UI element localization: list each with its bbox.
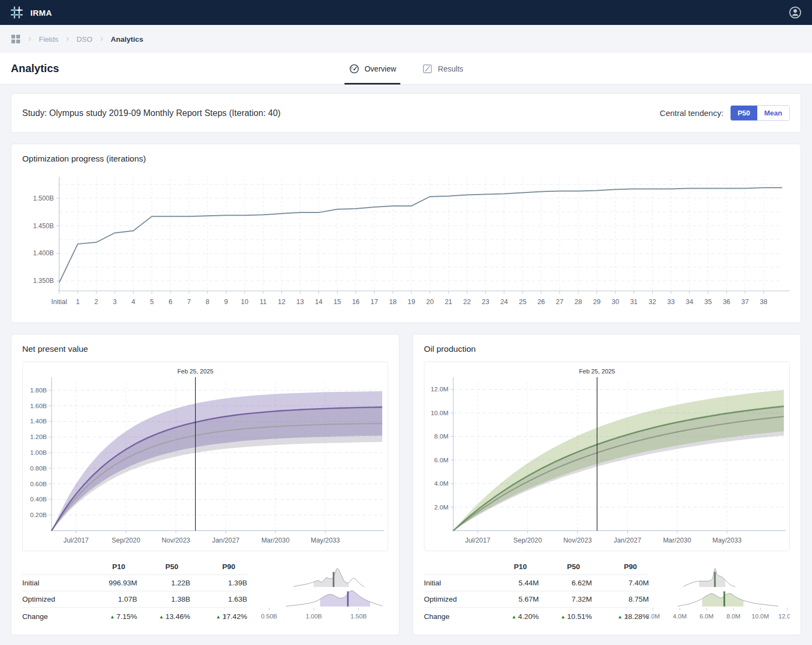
oil-card: Oil production 2.0M4.0M6.0M8.0M10.0M12.0… [413, 334, 801, 635]
stats-row-label: Optimized [22, 595, 83, 603]
stats-header-row: P10P50P90 [424, 559, 649, 575]
y-axis-label: 1.80B [30, 386, 47, 394]
stats-header-row: P10P50P90 [22, 559, 247, 575]
central-tendency-option-p50[interactable]: P50 [731, 106, 757, 120]
density-axis-label: 0 [224, 613, 226, 620]
npv-initial-p50-marker [333, 572, 334, 587]
x-axis-label: 9 [224, 298, 228, 306]
optimization-card: Optimization progress (iterations) 1.350… [11, 144, 801, 323]
up-triangle-icon: ▲ [110, 614, 115, 620]
central-tendency-toggle: P50Mean [730, 105, 790, 121]
user-avatar-icon[interactable] [788, 5, 802, 20]
x-axis-label: May/2033 [712, 536, 742, 544]
y-axis-label: 10.0M [431, 409, 449, 417]
oil-initial-p50-marker [714, 572, 716, 587]
central-tendency-label: Central tendency: [660, 108, 724, 118]
change-value: ▲4.20% [485, 612, 539, 621]
density-axis-label: 10.0M [752, 613, 769, 620]
stats-row-change: Change▲7.15%▲13.46%▲17.42% [22, 608, 247, 625]
date-marker-label: Feb 25, 2025 [177, 368, 214, 375]
oil-stats-table: P10P50P90Initial5.44M6.62M7.40MOptimized… [424, 559, 790, 626]
density-axis-label: 4.0M [673, 613, 687, 620]
apps-grid-icon[interactable] [11, 34, 21, 44]
stats-row-label: Optimized [424, 595, 485, 603]
stat-value-text: 7.15% [117, 612, 137, 621]
page-header: Analytics OverviewResults [0, 53, 812, 85]
npv-optimized-p50-marker [347, 591, 349, 607]
y-axis-label: 0.40B [30, 495, 47, 503]
topbar: IRMA [0, 0, 812, 25]
optimization-chart: 1.350B1.400B1.450B1.500BInitial123456789… [22, 171, 790, 314]
up-triangle-icon: ▲ [617, 614, 622, 620]
stat-value: 996.93M [83, 579, 137, 587]
stats-row-initial: Initial996.93M1.22B1.39B [22, 575, 247, 591]
oil-density-plot: 02.0M4.0M6.0M8.0M10.0M12.0M [626, 560, 790, 626]
stat-col-header-p50: P50 [539, 563, 592, 571]
x-axis-label: 22 [463, 298, 471, 306]
stat-value: 5.67M [485, 595, 539, 603]
x-axis-label: 5 [150, 298, 154, 306]
x-axis-label: 34 [686, 298, 693, 306]
x-axis-label: May/2033 [311, 536, 340, 544]
stat-value: 6.62M [539, 579, 592, 587]
stats-row-label: Change [22, 612, 83, 621]
change-value: ▲7.15% [83, 612, 137, 621]
x-axis-label: 24 [500, 298, 508, 306]
stat-value-text: 1.38B [171, 595, 190, 603]
x-axis-label: 8 [205, 298, 209, 306]
density-axis-label: 2.0M [646, 613, 660, 620]
up-triangle-icon: ▲ [159, 614, 164, 620]
x-axis-label: 36 [723, 298, 730, 306]
density-axis: 02.0M4.0M6.0M8.0M10.0M12.0M [626, 608, 790, 620]
x-axis-label: 37 [742, 298, 749, 306]
results-chart-icon [422, 63, 433, 74]
x-axis-label: Jul/2017 [63, 536, 89, 544]
stat-value: 1.07B [83, 595, 137, 603]
main-content: Study: Olympus study 2019-09 Monthly Rep… [0, 85, 812, 645]
stat-value: 1.38B [137, 595, 190, 603]
tab-overview[interactable]: Overview [347, 53, 397, 84]
central-tendency-option-mean[interactable]: Mean [757, 106, 789, 120]
breadcrumb-item-dso[interactable]: DSO [76, 35, 92, 43]
study-label: Study: Olympus study 2019-09 Monthly Rep… [22, 108, 281, 118]
optimization-progress-line [59, 188, 782, 282]
breadcrumb: ›Fields›DSO›Analytics [0, 25, 812, 53]
stat-value-text: 1.22B [171, 579, 190, 587]
change-value: ▲13.46% [137, 612, 190, 621]
stat-value-text: 13.46% [165, 612, 190, 621]
y-axis-label: 0.20B [30, 511, 47, 519]
x-axis-label: 32 [649, 298, 656, 306]
breadcrumb-item-fields[interactable]: Fields [39, 35, 59, 43]
x-axis-label: 2 [94, 298, 98, 306]
change-value: ▲10.51% [539, 612, 592, 621]
chevron-right-icon: › [28, 33, 31, 44]
npv-optimized-density-fill [286, 591, 382, 607]
brand: IRMA [10, 5, 52, 20]
date-marker-label: Feb 25, 2025 [579, 368, 615, 375]
stats-row-label: Change [424, 612, 485, 621]
x-axis-label: 38 [760, 298, 768, 306]
x-axis-label: Mar/2030 [663, 536, 691, 544]
x-axis-label: 19 [408, 298, 415, 306]
x-axis-label: 15 [333, 298, 341, 306]
x-axis-label: 23 [482, 298, 489, 306]
stats-row-optimized: Optimized5.67M7.32M8.75M [424, 591, 649, 608]
x-axis-label: 28 [575, 298, 582, 306]
tab-results[interactable]: Results [421, 53, 465, 84]
x-axis-label: 29 [593, 298, 601, 306]
up-triangle-icon: ▲ [560, 614, 565, 620]
x-axis-label: 31 [630, 298, 637, 306]
x-axis-label: 6 [169, 298, 172, 306]
breadcrumb-item-analytics[interactable]: Analytics [111, 35, 143, 43]
x-axis-label: Sep/2020 [112, 536, 140, 544]
density-axis-label: 6.0M [700, 613, 714, 620]
y-axis-label: 1.500B [33, 195, 54, 202]
x-axis-label: 26 [537, 298, 545, 306]
central-tendency: Central tendency: P50Mean [660, 105, 790, 121]
tab-label: Results [438, 64, 463, 73]
oil-optimized-p50-marker [724, 591, 725, 607]
stats-row-optimized: Optimized1.07B1.38B1.63B [22, 591, 247, 608]
y-axis-label: 1.400B [33, 249, 54, 257]
stat-value: 1.22B [137, 579, 190, 587]
stat-value-text: 1.07B [118, 595, 137, 603]
